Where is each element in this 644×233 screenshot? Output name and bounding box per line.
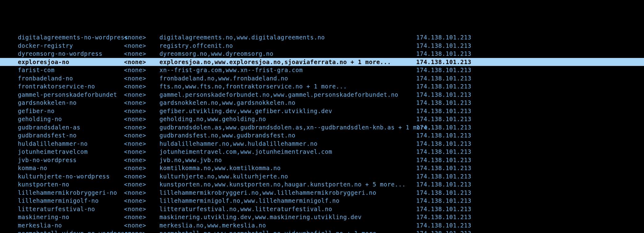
type-cell: <none> [124, 107, 159, 115]
table-row[interactable]: gudbrandsfest-no<none>gudbrandsfest.no,w… [18, 131, 644, 140]
type-cell: <none> [124, 42, 159, 50]
ip-cell: 174.138.101.213 [416, 107, 471, 115]
app-name-cell: litteraturfestival-no [18, 205, 124, 213]
ip-cell: 174.138.101.213 [416, 180, 471, 189]
ip-cell: 174.138.101.213 [416, 99, 471, 107]
table-row[interactable]: exploresjoa-no<none>exploresjoa.no,www.e… [0, 58, 644, 66]
app-name-cell: lillehammermikrobryggeri-no [18, 189, 124, 197]
domains-cell: exploresjoa.no,www.exploresjoa.no,sjoavi… [159, 58, 416, 66]
type-cell: <none> [124, 123, 159, 132]
type-cell: <none> [124, 229, 159, 233]
ip-cell: 174.138.101.213 [416, 140, 471, 148]
type-cell: <none> [124, 74, 159, 83]
ip-cell: 174.138.101.213 [416, 197, 471, 205]
ip-cell: 174.138.101.213 [416, 229, 471, 233]
table-row[interactable]: jotunheimetravelcom<none>jotunheimentrav… [18, 148, 644, 156]
type-cell: <none> [124, 33, 159, 42]
app-name-cell: kunstporten-no [18, 180, 124, 189]
type-cell: <none> [124, 172, 159, 181]
app-name-cell: gardsnokkelen-no [18, 99, 124, 107]
type-cell: <none> [124, 66, 159, 74]
domains-cell: gudbrandsfest.no,www.gudbrandsfest.no [159, 131, 416, 140]
table-row[interactable]: gardsnokkelen-no<none>gardsnokkelen.no,w… [18, 99, 644, 107]
app-name-cell: maskinering-no [18, 213, 124, 221]
domains-cell: kunstporten.no,www.kunstporten.no,haugar… [159, 180, 416, 189]
domains-cell: gardsnokkelen.no,www.gardsnokkelen.no [159, 99, 416, 107]
type-cell: <none> [124, 82, 159, 91]
domains-cell: komtilkomma.no,www.komtilkomma.no [159, 164, 416, 172]
app-name-cell: gudbrandsfest-no [18, 131, 124, 140]
domains-cell: maskinering.utvikling.dev,www.maskinerin… [159, 213, 416, 221]
table-row[interactable]: digitalagreements-no-wordpress<none>digi… [18, 33, 644, 42]
app-name-cell: huldalillehammer-no [18, 140, 124, 148]
app-name-cell: merkeslia-no [18, 221, 124, 230]
type-cell: <none> [124, 91, 159, 99]
domains-cell: fts.no,www.fts.no,frontraktorservice.no … [159, 82, 416, 91]
table-row[interactable]: komma-no<none>komtilkomma.no,www.komtilk… [18, 164, 644, 172]
table-row[interactable]: frontraktorservice-no<none>fts.no,www.ft… [18, 82, 644, 91]
ip-cell: 174.138.101.213 [416, 221, 471, 230]
type-cell: <none> [124, 131, 159, 140]
domains-cell: gefiber.utvikling.dev,www.gefiber.utvikl… [159, 107, 416, 115]
app-name-cell: exploresjoa-no [18, 58, 124, 66]
table-row[interactable]: maskinering-no<none>maskinering.utviklin… [18, 213, 644, 221]
app-name-cell: digitalagreements-no-wordpress [18, 33, 124, 42]
table-row[interactable]: farist-com<none>xn--frist-gra.com,www.xn… [18, 66, 644, 74]
table-row[interactable]: huldalillehammer-no<none>huldalillehamme… [18, 140, 644, 148]
app-name-cell: frontraktorservice-no [18, 82, 124, 91]
type-cell: <none> [124, 58, 159, 66]
type-cell: <none> [124, 50, 159, 58]
type-cell: <none> [124, 164, 159, 172]
domains-cell: xn--frist-gra.com,www.xn--frist-gra.com [159, 66, 416, 74]
ip-cell: 174.138.101.213 [416, 115, 471, 123]
terminal-output[interactable]: digitalagreements-no-wordpress<none>digi… [0, 33, 644, 233]
domains-cell: lillehammermikrobryggeri.no,www.lilleham… [159, 189, 416, 197]
table-row[interactable]: nermohotell-vidsyn-no-wordpress<none>ner… [18, 229, 644, 233]
app-name-cell: docker-registry [18, 42, 124, 50]
table-row[interactable]: fronbadeland-no<none>fronbadeland.no,www… [18, 74, 644, 83]
domains-cell: jotunheimentravel.com,www.jotunheimentra… [159, 148, 416, 156]
ip-cell: 174.138.101.213 [416, 172, 471, 181]
table-row[interactable]: dyreomsorg-no-wordpress<none>dyreomsorg.… [18, 50, 644, 58]
table-row[interactable]: litteraturfestival-no<none>litteraturfes… [18, 205, 644, 213]
ip-cell: 174.138.101.213 [416, 123, 471, 132]
domains-cell: merkeslia.no,www.merkeslia.no [159, 221, 416, 230]
domains-cell: gudbrandsdolen.as,www.gudbrandsdolen.as,… [159, 123, 416, 132]
table-row[interactable]: lillehammerminigolf-no<none>lillehammerm… [18, 197, 644, 205]
app-name-cell: kulturhjerte-no-wordpress [18, 172, 124, 181]
domains-cell: jvb.no,www.jvb.no [159, 156, 416, 164]
table-row[interactable]: gudbrandsdalen-as<none>gudbrandsdolen.as… [18, 123, 644, 132]
app-name-cell: dyreomsorg-no-wordpress [18, 50, 124, 58]
table-row[interactable]: gammel-personskadeforbundet<none>gammel.… [18, 91, 644, 99]
domains-cell: fronbadeland.no,www.fronbadeland.no [159, 74, 416, 83]
type-cell: <none> [124, 180, 159, 189]
ip-cell: 174.138.101.213 [416, 66, 471, 74]
type-cell: <none> [124, 156, 159, 164]
table-row[interactable]: kunstporten-no<none>kunstporten.no,www.k… [18, 180, 644, 189]
ip-cell: 174.138.101.213 [416, 91, 471, 99]
table-row[interactable]: gefiber-no<none>gefiber.utvikling.dev,ww… [18, 107, 644, 115]
table-row[interactable]: docker-registry<none>registry.offcenit.n… [18, 42, 644, 50]
app-name-cell: nermohotell-vidsyn-no-wordpress [18, 229, 124, 233]
domains-cell: registry.offcenit.no [159, 42, 416, 50]
table-row[interactable]: kulturhjerte-no-wordpress<none>kulturhje… [18, 172, 644, 181]
type-cell: <none> [124, 148, 159, 156]
table-row[interactable]: lillehammermikrobryggeri-no<none>lilleha… [18, 189, 644, 197]
domains-cell: huldalillehammer.no,www.huldalillehammer… [159, 140, 416, 148]
ip-cell: 174.138.101.213 [416, 74, 471, 83]
ip-cell: 174.138.101.213 [416, 164, 471, 172]
app-name-cell: komma-no [18, 164, 124, 172]
domains-cell: gammel.personskadeforbundet.no,www.gamme… [159, 91, 416, 99]
app-name-cell: fronbadeland-no [18, 74, 124, 83]
table-row[interactable]: merkeslia-no<none>merkeslia.no,www.merke… [18, 221, 644, 230]
ip-cell: 174.138.101.213 [416, 50, 471, 58]
ip-cell: 174.138.101.213 [416, 189, 471, 197]
type-cell: <none> [124, 221, 159, 230]
table-row[interactable]: jvb-no-wordpress<none>jvb.no,www.jvb.no1… [18, 156, 644, 164]
ip-cell: 174.138.101.213 [416, 82, 471, 91]
ip-cell: 174.138.101.213 [416, 205, 471, 213]
table-row[interactable]: geholding-no<none>geholding.no,www.gehol… [18, 115, 644, 123]
ip-cell: 174.138.101.213 [416, 148, 471, 156]
type-cell: <none> [124, 99, 159, 107]
type-cell: <none> [124, 115, 159, 123]
